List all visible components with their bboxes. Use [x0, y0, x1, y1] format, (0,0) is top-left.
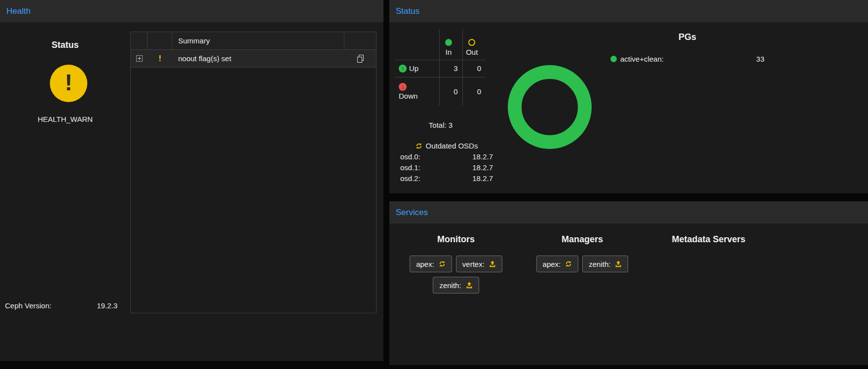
health-warning-circle-icon: [50, 65, 87, 102]
legend-label: active+clean:: [620, 55, 664, 63]
osd-name: osd.0:: [400, 151, 420, 162]
service-name: apex:: [543, 260, 561, 268]
monitors-group: Monitors apex:: [395, 234, 517, 294]
osd-total: Total: 3: [395, 121, 487, 129]
in-dot-icon: [445, 39, 452, 46]
summary-column-header: Summary: [172, 32, 344, 49]
upload-icon: [466, 282, 473, 289]
osd-version: 18.2.7: [472, 173, 493, 184]
down-arrow-icon: [399, 83, 407, 91]
up-arrow-icon: [399, 65, 407, 73]
issues-table-header: Summary: [131, 32, 376, 50]
ceph-version-row: Ceph Version: 19.2.3: [5, 301, 117, 310]
expand-row-button[interactable]: [136, 55, 143, 62]
osd-name: osd.1:: [400, 162, 420, 173]
service-name: zenith:: [589, 260, 610, 268]
service-button-monitor-apex[interactable]: apex:: [410, 256, 452, 272]
status-panel-header: Status: [389, 0, 868, 22]
outdated-osds-block: Outdated OSDs osd.0: 18.2.7 osd.1: 18.2.…: [400, 142, 493, 184]
out-column-header: Out: [462, 29, 486, 60]
issue-summary-text: noout flag(s) set: [172, 50, 344, 67]
osd-version: 18.2.7: [472, 151, 493, 162]
health-issues-table: Summary: [130, 32, 377, 313]
status-panel-body: In Out Up: [389, 22, 868, 193]
legend-value: 33: [756, 55, 764, 63]
health-panel-title: Health: [6, 6, 31, 16]
refresh-icon: [439, 260, 446, 267]
osd-version: 18.2.7: [472, 162, 493, 173]
osd-up-in-count: 3: [439, 60, 462, 77]
pgs-legend-row: active+clean: 33: [610, 55, 764, 63]
health-panel-body: Status HEALTH_WARN Ceph Version: 19.2.3 …: [0, 22, 383, 361]
health-status-value: HEALTH_WARN: [0, 115, 130, 123]
monitors-heading: Monitors: [395, 234, 517, 245]
osd-down-in-count: 0: [439, 77, 462, 106]
osd-up-out-count: 0: [462, 60, 486, 77]
pgs-donut-chart: [508, 65, 592, 149]
down-row-label: Down: [395, 77, 439, 106]
ceph-dashboard: Health Status HEALTH_WARN Ceph Version: …: [0, 0, 868, 369]
ceph-version-value: 19.2.3: [97, 301, 117, 310]
expand-column-header: [131, 32, 148, 49]
services-panel-header: Services: [389, 201, 868, 223]
upload-icon: [615, 260, 622, 267]
refresh-icon: [415, 143, 422, 149]
outdated-osd-row: osd.2: 18.2.7: [400, 173, 493, 184]
managers-heading: Managers: [521, 234, 643, 245]
health-status-heading: Status: [0, 40, 130, 50]
services-panel-body: Monitors apex:: [389, 223, 868, 365]
matrix-corner-cell: [395, 29, 439, 60]
legend-dot-icon: [610, 56, 617, 62]
service-button-monitor-zenith[interactable]: zenith:: [433, 277, 479, 294]
service-name: vertex:: [462, 260, 485, 268]
up-row-label: Up: [395, 60, 439, 77]
copy-icon: [357, 55, 364, 63]
service-button-manager-apex[interactable]: apex:: [536, 256, 579, 272]
osd-name: osd.2:: [400, 173, 420, 184]
health-panel-header: Health: [0, 0, 383, 22]
in-column-header: In: [439, 29, 462, 60]
copy-button[interactable]: [357, 55, 364, 63]
out-ring-icon: [468, 39, 475, 46]
status-panel-title: Status: [396, 6, 419, 16]
status-panel: Status In Out: [389, 0, 868, 193]
services-panel: Services Monitors apex:: [389, 201, 868, 365]
severity-column-header: [148, 32, 172, 49]
metadata-servers-group: Metadata Servers: [647, 234, 770, 294]
issue-row[interactable]: noout flag(s) set: [131, 50, 376, 68]
pgs-heading: PGs: [610, 32, 764, 42]
service-button-monitor-vertex[interactable]: vertex:: [456, 256, 502, 272]
outdated-osd-row: osd.1: 18.2.7: [400, 162, 493, 173]
warning-icon: [158, 54, 161, 64]
refresh-icon: [565, 260, 572, 267]
osd-in-out-matrix: In Out Up: [395, 29, 486, 106]
service-name: apex:: [416, 260, 434, 268]
outdated-osds-label: Outdated OSDs: [400, 142, 493, 150]
outdated-osd-row: osd.0: 18.2.7: [400, 151, 493, 162]
osd-down-out-count: 0: [462, 77, 486, 106]
metadata-servers-heading: Metadata Servers: [647, 234, 770, 245]
expand-icon: [136, 55, 143, 62]
pgs-block: PGs active+clean: 33: [610, 32, 764, 63]
action-column-header: [344, 32, 376, 49]
health-panel: Health Status HEALTH_WARN Ceph Version: …: [0, 0, 383, 361]
upload-icon: [489, 260, 496, 267]
managers-group: Managers apex:: [521, 234, 643, 294]
service-name: zenith:: [439, 281, 461, 290]
services-panel-title: Services: [396, 208, 428, 218]
service-button-manager-zenith[interactable]: zenith:: [582, 256, 628, 272]
ceph-version-label: Ceph Version:: [5, 301, 51, 310]
